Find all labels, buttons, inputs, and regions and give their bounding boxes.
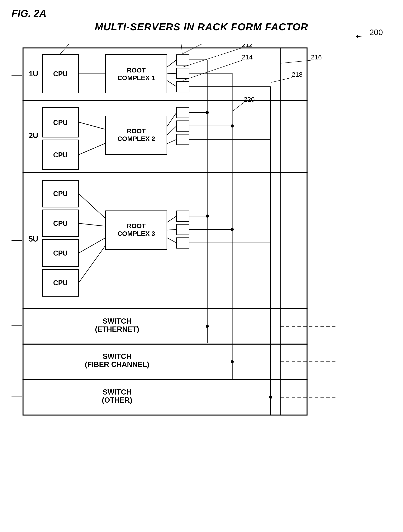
fig-label: FIG. 2A (12, 8, 46, 19)
svg-line-119 (233, 102, 244, 111)
ref-200: 200 (369, 28, 383, 37)
svg-line-117 (271, 78, 292, 82)
svg-text:2U: 2U (29, 132, 38, 139)
svg-rect-62 (176, 211, 189, 222)
svg-text:218: 218 (292, 71, 303, 78)
svg-rect-63 (176, 224, 189, 235)
svg-text:CPU: CPU (53, 70, 68, 78)
svg-text:CPU: CPU (53, 119, 68, 127)
svg-point-44 (231, 124, 234, 127)
svg-line-111 (183, 48, 242, 67)
main-title: MULTI-SERVERS IN RACK FORM FACTOR (0, 21, 403, 33)
svg-text:CPU: CPU (53, 279, 68, 287)
svg-text:214: 214 (242, 53, 253, 61)
svg-line-67 (167, 238, 176, 243)
diagram-svg: CPU ROOT COMPLEX 1 CPU CPU ROOT COMPLEX … (12, 44, 391, 519)
svg-text:SWITCH: SWITCH (103, 317, 131, 325)
svg-text:CPU: CPU (53, 220, 68, 227)
svg-rect-64 (176, 238, 189, 248)
svg-line-107 (180, 44, 182, 54)
svg-line-109 (183, 44, 215, 54)
svg-rect-1 (23, 101, 307, 172)
svg-text:CPU: CPU (53, 190, 68, 198)
svg-text:5U: 5U (29, 235, 38, 243)
svg-point-69 (206, 215, 209, 218)
svg-rect-12 (176, 55, 189, 65)
svg-rect-35 (176, 121, 189, 131)
svg-line-65 (167, 216, 176, 222)
svg-text:(FIBER CHANNEL): (FIBER CHANNEL) (85, 361, 149, 368)
svg-line-17 (167, 81, 176, 87)
svg-line-16 (167, 73, 176, 74)
svg-text:216: 216 (311, 53, 322, 61)
svg-line-59 (79, 223, 105, 226)
svg-text:CPU: CPU (53, 249, 68, 257)
svg-rect-13 (176, 68, 189, 79)
svg-line-105 (60, 44, 75, 54)
svg-text:CPU: CPU (53, 151, 68, 159)
svg-text:COMPLEX 3: COMPLEX 3 (117, 230, 155, 237)
svg-text:(ETHERNET): (ETHERNET) (95, 325, 139, 333)
svg-line-58 (79, 194, 105, 219)
svg-rect-4 (23, 344, 307, 380)
svg-line-15 (167, 60, 176, 67)
svg-rect-34 (176, 107, 189, 118)
svg-text:SWITCH: SWITCH (103, 352, 131, 361)
svg-point-81 (206, 325, 209, 328)
svg-line-37 (167, 113, 176, 127)
svg-point-83 (231, 360, 234, 363)
svg-rect-5 (23, 380, 307, 415)
svg-text:COMPLEX 1: COMPLEX 1 (117, 74, 155, 82)
svg-line-115 (280, 60, 311, 63)
svg-text:ROOT: ROOT (127, 127, 146, 135)
svg-line-66 (167, 229, 176, 230)
svg-point-71 (231, 228, 234, 231)
svg-text:1U: 1U (29, 70, 38, 78)
svg-text:SWITCH: SWITCH (103, 388, 131, 396)
svg-rect-3 (23, 309, 307, 344)
svg-line-39 (167, 139, 176, 144)
svg-line-38 (167, 126, 176, 135)
svg-rect-36 (176, 134, 189, 145)
svg-text:COMPLEX 2: COMPLEX 2 (117, 135, 155, 142)
svg-point-85 (269, 396, 272, 399)
svg-text:212: 212 (242, 44, 253, 48)
svg-line-113 (183, 60, 242, 81)
svg-text:ROOT: ROOT (127, 67, 146, 74)
svg-rect-14 (176, 82, 189, 92)
svg-text:ROOT: ROOT (127, 222, 146, 229)
svg-text:(OTHER): (OTHER) (102, 396, 132, 404)
svg-rect-8 (105, 55, 167, 93)
svg-line-32 (79, 122, 105, 129)
svg-line-33 (79, 143, 105, 155)
svg-text:220: 220 (244, 96, 255, 103)
